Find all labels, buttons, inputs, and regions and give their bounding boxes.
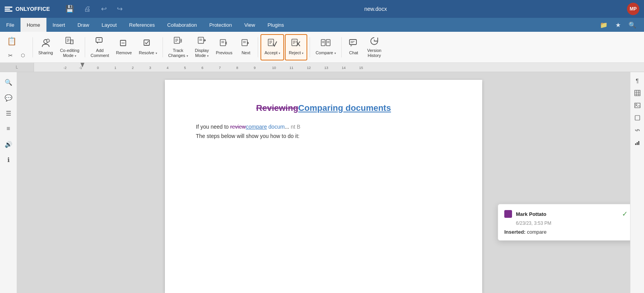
sidebar-chart-button[interactable] xyxy=(632,137,643,148)
svg-rect-41 xyxy=(349,40,356,45)
user-avatar[interactable]: MP xyxy=(627,3,639,15)
chat-label: Chat xyxy=(349,50,358,55)
next-label: Next xyxy=(242,50,250,55)
comment-actions: ✓ ✕ xyxy=(622,210,630,218)
chat-button[interactable]: Chat xyxy=(344,34,363,60)
document-area: ReviewingComparing documents If you need… xyxy=(17,72,630,293)
menu-file[interactable]: File xyxy=(0,18,21,32)
svg-text:+: + xyxy=(47,40,49,42)
svg-text:11: 11 xyxy=(289,66,293,70)
undo-button[interactable]: ↩ xyxy=(99,3,108,15)
sidebar-search-button[interactable]: 🔍 xyxy=(2,75,15,89)
coediting-button[interactable]: Co-editingMode ▾ xyxy=(57,34,82,60)
svg-rect-75 xyxy=(637,142,638,145)
compare-icon xyxy=(321,38,331,49)
logo-icon xyxy=(5,7,12,12)
displaymode-button[interactable]: DisplayMode ▾ xyxy=(192,34,212,60)
accept-icon xyxy=(267,38,277,49)
trackchanges-button[interactable]: TrackChanges ▾ xyxy=(165,34,191,60)
ruler: -2 -1 0 1 2 3 4 5 6 7 8 9 10 11 12 13 14… xyxy=(34,63,644,72)
svg-text:9: 9 xyxy=(253,66,255,70)
ruler-area: L -2 -1 0 1 2 3 4 5 6 7 8 9 10 11 12 13 … xyxy=(0,63,644,72)
menu-layout[interactable]: Layout xyxy=(96,18,123,32)
sidebar-info-button[interactable]: ℹ xyxy=(2,153,15,167)
sidebar-shape-button[interactable] xyxy=(632,112,643,123)
svg-text:-1: -1 xyxy=(79,66,82,70)
document-page: ReviewingComparing documents If you need… xyxy=(165,80,482,293)
remove-label: Remove xyxy=(116,50,132,55)
svg-rect-74 xyxy=(635,143,636,145)
next-icon xyxy=(241,38,251,49)
search-button[interactable]: 🔍 xyxy=(625,20,639,30)
comment-date: 6/23/23, 3:53 PM xyxy=(504,221,630,226)
svg-rect-66 xyxy=(635,90,640,96)
versionhistory-button[interactable]: VersionHistory xyxy=(364,34,385,60)
sidebar-image-button[interactable] xyxy=(632,100,643,111)
menu-references[interactable]: References xyxy=(123,18,161,32)
sidebar-audio-button[interactable]: 🔊 xyxy=(2,137,15,151)
paste-button[interactable]: 📋 xyxy=(5,33,19,49)
sep2 xyxy=(85,37,85,57)
save-button[interactable]: 💾 xyxy=(64,3,75,15)
svg-text:-2: -2 xyxy=(63,66,67,70)
left-sidebar: 🔍 💬 ☰ ≡ 🔊 ℹ xyxy=(0,72,17,293)
versionhistory-label: VersionHistory xyxy=(367,48,382,58)
displaymode-label: DisplayMode ▾ xyxy=(195,48,209,58)
sidebar-paragraph-button[interactable]: ¶ xyxy=(632,75,643,86)
next-button[interactable]: Next xyxy=(236,34,255,60)
menu-plugins[interactable]: Plugins xyxy=(261,18,290,32)
redo-button[interactable]: ↪ xyxy=(115,3,124,15)
svg-text:3: 3 xyxy=(149,66,151,70)
favorite-button[interactable]: ★ xyxy=(612,20,624,30)
sharing-icon: + xyxy=(41,38,51,49)
toolbar: 📋 ✂ ⬡ + Sharing xyxy=(0,32,644,63)
menu-protection[interactable]: Protection xyxy=(203,18,238,32)
comment-content: compare xyxy=(527,229,547,235)
print-button[interactable]: 🖨 xyxy=(82,3,92,15)
comment-body: Inserted: compare xyxy=(504,229,630,235)
remove-button[interactable]: Remove xyxy=(113,34,135,60)
menu-view[interactable]: View xyxy=(238,18,261,32)
addcomment-button[interactable]: + AddComment xyxy=(87,34,112,60)
sidebar-headings-button[interactable]: ☰ xyxy=(2,106,15,120)
menu-insert[interactable]: Insert xyxy=(46,18,72,32)
sidebar-table-button[interactable] xyxy=(632,88,643,98)
open-location-button[interactable]: 📁 xyxy=(597,20,611,30)
svg-text:7: 7 xyxy=(219,66,221,70)
svg-rect-11 xyxy=(144,40,149,45)
menu-home[interactable]: Home xyxy=(21,18,46,32)
resolve-button[interactable]: Resolve ▾ xyxy=(136,34,160,60)
clipboard-group: 📋 ✂ ⬡ xyxy=(3,33,30,61)
svg-text:+: + xyxy=(98,38,100,42)
document-title-area: ReviewingComparing documents xyxy=(196,103,451,113)
trackchanges-label: TrackChanges ▾ xyxy=(168,48,188,58)
compare-button[interactable]: Compare ▾ xyxy=(312,34,339,60)
reject-button[interactable]: Reject ▾ xyxy=(285,34,307,60)
copy-format-button[interactable]: ⬡ xyxy=(17,50,29,61)
sharing-button[interactable]: + Sharing xyxy=(35,34,56,60)
menu-draw[interactable]: Draw xyxy=(71,18,95,32)
svg-text:1: 1 xyxy=(114,66,116,70)
app-name: ONLYOFFICE xyxy=(15,6,50,12)
previous-icon xyxy=(219,38,229,49)
cut-button[interactable]: ✂ xyxy=(5,50,16,61)
sidebar-comments-button[interactable]: 💬 xyxy=(2,91,15,105)
sidebar-list-button[interactable]: ≡ xyxy=(2,122,15,136)
sharing-label: Sharing xyxy=(38,50,53,55)
svg-text:0: 0 xyxy=(97,66,99,70)
reject-label: Reject ▾ xyxy=(289,50,303,55)
comment-accept-button[interactable]: ✓ xyxy=(622,210,628,218)
body-deleted-1: review xyxy=(230,124,246,130)
title-bar: ONLYOFFICE 💾 🖨 ↩ ↪ new.docx MP xyxy=(0,0,644,18)
sidebar-link-button[interactable] xyxy=(632,125,643,136)
app-logo: ONLYOFFICE xyxy=(5,6,50,12)
svg-rect-73 xyxy=(635,115,640,120)
body-line-1: If you need to reviewcompare docum... nt… xyxy=(196,122,451,132)
svg-text:13: 13 xyxy=(324,66,328,70)
svg-text:2: 2 xyxy=(132,66,134,70)
menu-bar-right: 📁 ★ 🔍 xyxy=(592,18,644,32)
previous-button[interactable]: Previous xyxy=(213,34,236,60)
accept-button[interactable]: Accept ▾ xyxy=(260,34,284,60)
reject-icon xyxy=(291,38,301,49)
menu-collaboration[interactable]: Collaboration xyxy=(161,18,203,32)
